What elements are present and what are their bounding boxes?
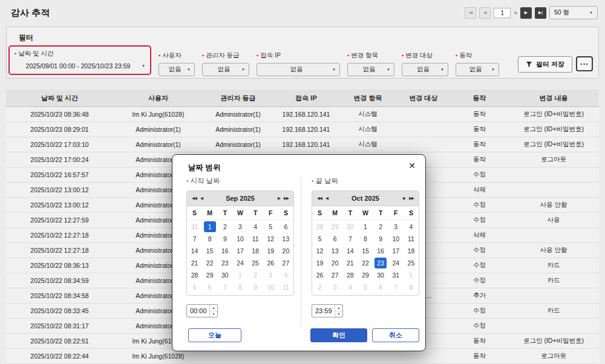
calendar-day[interactable]: 10 xyxy=(388,233,404,245)
calendar-day[interactable]: 15 xyxy=(358,245,373,257)
rows-per-page-select[interactable]: 50 행 ▼ xyxy=(549,6,598,19)
calendar-day[interactable]: 23 xyxy=(217,257,232,269)
calendar-day[interactable]: 15 xyxy=(202,245,217,257)
calendar-day[interactable]: 11 xyxy=(278,281,293,293)
calendar-day[interactable]: 1 xyxy=(232,269,247,281)
calendar-day[interactable]: 8 xyxy=(404,281,419,293)
calendar-day[interactable]: 1 xyxy=(358,221,373,233)
calendar-day[interactable]: 20 xyxy=(278,245,293,257)
calendar-day[interactable]: 7 xyxy=(187,233,202,245)
calendar-day[interactable]: 24 xyxy=(232,257,247,269)
calendar-day[interactable]: 2 xyxy=(373,221,388,233)
end-time-input[interactable]: 23:59 ▲ ▼ xyxy=(312,304,343,317)
calendar-day[interactable]: 24 xyxy=(388,257,404,269)
calendar-day[interactable]: 30 xyxy=(217,269,232,281)
today-button[interactable]: 오늘 xyxy=(188,328,241,342)
filter-change-target-select[interactable]: 없음 ▼ xyxy=(402,63,448,76)
prev-month-button[interactable]: ◀ xyxy=(198,196,204,201)
calendar-day[interactable]: 20 xyxy=(327,257,342,269)
calendar-day[interactable]: 25 xyxy=(404,257,419,269)
table-row[interactable]: 2025/10/23 08:36:48Im Ki Jung(61028)Admi… xyxy=(6,107,599,122)
calendar-day[interactable]: 6 xyxy=(327,233,342,245)
calendar-day[interactable]: 29 xyxy=(358,269,373,281)
calendar-day[interactable]: 9 xyxy=(373,233,388,245)
calendar-day[interactable]: 3 xyxy=(232,221,247,233)
calendar-day[interactable]: 13 xyxy=(278,233,293,245)
calendar-day[interactable]: 14 xyxy=(187,245,202,257)
spin-up-icon[interactable]: ▲ xyxy=(335,305,342,311)
calendar-day[interactable]: 19 xyxy=(263,245,278,257)
calendar-day-selected[interactable]: 23 xyxy=(374,258,387,268)
calendar-day[interactable]: 5 xyxy=(312,233,327,245)
cancel-button[interactable]: 취소 xyxy=(372,328,419,342)
table-row[interactable]: 2025/10/23 08:29:01Administrator(1)Admin… xyxy=(6,122,599,137)
start-time-input[interactable]: 00:00 ▲ ▼ xyxy=(186,304,218,317)
calendar-day[interactable]: 4 xyxy=(278,269,293,281)
calendar-day[interactable]: 30 xyxy=(373,269,388,281)
calendar-day[interactable]: 4 xyxy=(404,221,419,233)
calendar-day[interactable]: 22 xyxy=(358,257,373,269)
calendar-day[interactable]: 17 xyxy=(388,245,404,257)
calendar-day[interactable]: 8 xyxy=(358,233,373,245)
calendar-day[interactable]: 22 xyxy=(202,257,217,269)
next-year-button[interactable]: ▶▶ xyxy=(407,196,416,201)
last-page-button[interactable]: ▶| xyxy=(535,7,546,19)
prev-year-button[interactable]: ◀◀ xyxy=(315,196,324,201)
calendar-day[interactable]: 9 xyxy=(248,281,263,293)
save-filter-button[interactable]: 필터 저장 xyxy=(518,56,572,73)
calendar-day[interactable]: 16 xyxy=(373,245,388,257)
filter-access-ip-select[interactable]: 없음 ▼ xyxy=(257,63,340,76)
calendar-day[interactable]: 2 xyxy=(312,281,327,293)
calendar-day[interactable]: 7 xyxy=(217,281,232,293)
calendar-day[interactable]: 14 xyxy=(342,245,358,257)
calendar-day[interactable]: 11 xyxy=(404,233,419,245)
calendar-day[interactable]: 17 xyxy=(232,245,247,257)
calendar-day[interactable]: 31 xyxy=(187,221,202,233)
spin-up-icon[interactable]: ▲ xyxy=(210,305,217,311)
calendar-day[interactable]: 19 xyxy=(312,257,327,269)
date-range-select[interactable]: 2025/09/01 00:00 - 2025/10/23 23:59 ▼ xyxy=(15,62,145,70)
spin-down-icon[interactable]: ▼ xyxy=(210,311,217,317)
calendar-day[interactable]: 4 xyxy=(342,281,358,293)
calendar-day[interactable]: 13 xyxy=(327,245,342,257)
close-icon[interactable]: ✕ xyxy=(408,161,416,171)
calendar-day[interactable]: 5 xyxy=(358,281,373,293)
calendar-day[interactable]: 3 xyxy=(388,221,404,233)
prev-page-button[interactable]: ◀ xyxy=(479,7,491,19)
calendar-day[interactable]: 29 xyxy=(327,221,342,233)
calendar-day[interactable]: 2 xyxy=(217,221,232,233)
calendar-day[interactable]: 25 xyxy=(248,257,263,269)
calendar-day[interactable]: 7 xyxy=(388,281,404,293)
calendar-day[interactable]: 2 xyxy=(248,269,263,281)
table-row[interactable]: 2025/10/22 17:03:10Administrator(1)Admin… xyxy=(6,137,599,152)
calendar-day[interactable]: 28 xyxy=(187,269,202,281)
calendar-day-selected[interactable]: 1 xyxy=(204,221,216,232)
calendar-day[interactable]: 4 xyxy=(248,221,263,233)
calendar-day[interactable]: 26 xyxy=(312,269,327,281)
calendar-day[interactable]: 16 xyxy=(217,245,232,257)
calendar-day[interactable]: 30 xyxy=(342,221,358,233)
spin-down-icon[interactable]: ▼ xyxy=(335,311,342,317)
calendar-day[interactable]: 9 xyxy=(217,233,232,245)
calendar-day[interactable]: 12 xyxy=(312,245,327,257)
calendar-day[interactable]: 6 xyxy=(202,281,217,293)
calendar-day[interactable]: 5 xyxy=(187,281,202,293)
calendar-day[interactable]: 31 xyxy=(388,269,404,281)
calendar-day[interactable]: 10 xyxy=(232,233,247,245)
calendar-day[interactable]: 18 xyxy=(248,245,263,257)
filter-admin-grade-select[interactable]: 없음 ▼ xyxy=(202,63,249,76)
calendar-day[interactable]: 27 xyxy=(278,257,293,269)
next-page-button[interactable]: ▶ xyxy=(520,7,532,19)
calendar-day[interactable]: 1 xyxy=(404,269,419,281)
calendar-day[interactable]: 12 xyxy=(263,233,278,245)
more-options-button[interactable]: ... xyxy=(576,56,593,71)
calendar-day[interactable]: 29 xyxy=(202,269,217,281)
calendar-day[interactable]: 3 xyxy=(263,269,278,281)
calendar-day[interactable]: 3 xyxy=(327,281,342,293)
prev-month-button[interactable]: ◀ xyxy=(324,196,330,201)
next-year-button[interactable]: ▶▶ xyxy=(282,196,290,201)
next-month-button[interactable]: ▶ xyxy=(276,196,282,201)
calendar-day[interactable]: 5 xyxy=(263,221,278,233)
page-number-input[interactable] xyxy=(494,8,511,18)
calendar-day[interactable]: 6 xyxy=(278,221,293,233)
